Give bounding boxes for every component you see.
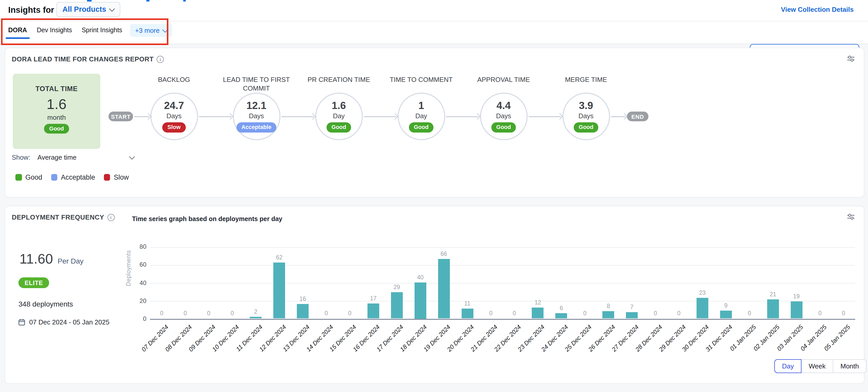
legend-item: Slow [104,174,129,181]
stage-status-badge: Slow [162,123,186,132]
status-legend: GoodAcceptableSlow [16,174,129,181]
deployment-bar[interactable] [556,313,567,319]
more-tabs-label: +3 more [135,27,160,34]
toggle-day[interactable]: Day [774,359,802,373]
tab-dev-insights[interactable]: Dev Insights [37,22,72,34]
tabs: DORA Dev Insights Sprint Insights +3 mor… [8,22,172,37]
gridline [150,265,855,266]
deployment-bar[interactable] [790,301,802,319]
deployment-bar[interactable] [391,293,403,319]
stage-value: 4.4 [496,100,511,111]
y-axis-tick: 0 [126,315,146,323]
bar-value-label: 17 [363,295,383,301]
bar-value-label: 40 [410,274,430,280]
legend-swatch [16,174,22,181]
stage-label: PR CREATION TIME [298,75,380,84]
bar-value-label: 0 [480,310,501,316]
granularity-toggle: DayWeekMonth [774,359,867,373]
bar-value-label: 11 [457,300,477,306]
stage-unit: Days [166,112,181,120]
deployment-bar[interactable] [767,300,779,319]
bar-value-label: 62 [269,254,289,261]
lead-time-pipeline: STARTBACKLOG24.7DaysSlowLEAD TIME TO FIR… [5,48,864,197]
deployment-bar[interactable] [602,311,614,319]
bar-value-label: 19 [786,293,807,299]
stage-value: 12.1 [246,100,267,111]
clipped-content-fragment [183,0,186,2]
stage-label: TIME TO COMMENT [380,75,462,84]
stage-node: 24.7DaysSlow [150,93,198,140]
deployment-bar[interactable] [250,317,261,319]
clipped-content-fragment [146,0,150,2]
deployment-bar[interactable] [297,304,309,319]
stage-unit: Day [415,112,427,120]
flow-arrow [134,116,150,117]
stage-value: 3.9 [579,100,593,111]
stage-status-badge: Good [409,123,433,132]
show-label: Show: [12,153,30,161]
stage-label: LEAD TIME TO FIRST COMMIT [215,75,297,93]
stage-status-badge: Good [574,123,598,132]
view-collection-details-link[interactable]: View Collection Details [781,6,854,13]
deployment-bar[interactable] [438,259,450,319]
y-axis-tick: 40 [126,279,146,286]
page-title: Insights for [8,5,54,15]
tab-bar: DORA Dev Insights Sprint Insights +3 mor… [0,21,868,44]
bar-value-label: 0 [222,310,243,316]
legend-swatch [104,174,110,181]
bar-value-label: 21 [763,292,783,298]
legend-item: Acceptable [51,174,95,181]
show-metric-dropdown[interactable]: Show: Average time [12,153,133,161]
deployment-bar[interactable] [696,298,708,319]
flow-arrow [611,116,625,117]
chevron-down-icon [110,6,115,11]
flow-end-pill: END [627,112,648,121]
legend-swatch [51,174,57,181]
bar-value-label: 2 [245,309,266,315]
y-axis-tick: 60 [126,261,146,268]
stage-node: 4.4DaysGood [480,93,527,140]
legend-label: Good [25,174,42,181]
deployment-bar[interactable] [414,282,426,319]
stage-node: 1DayGood [397,93,445,140]
top-bar: Insights for All Products View Collectio… [0,0,868,43]
bar-value-label: 9 [716,302,736,308]
tab-sprint-insights[interactable]: Sprint Insights [82,22,122,34]
stage-value: 1 [418,100,424,111]
bar-value-label: 0 [198,310,219,316]
stage-status-badge: Good [326,123,351,132]
bar-value-label: 23 [692,290,713,296]
dora-lead-time-card: DORA LEAD TIME FOR CHANGES REPORT i TOTA… [5,48,864,198]
stage-status-badge: Acceptable [236,123,276,132]
bar-value-label: 29 [387,284,407,291]
stage-value: 24.7 [164,100,184,111]
gridline [150,247,855,247]
flow-arrow [281,116,313,117]
flow-arrow [199,116,231,117]
stage-unit: Days [496,112,511,120]
toggle-month[interactable]: Month [833,359,866,373]
deployment-bar[interactable] [273,263,285,319]
bar-value-label: 7 [622,304,642,310]
deployment-bar[interactable] [368,303,379,319]
legend-label: Acceptable [61,174,95,181]
bar-value-label: 0 [316,310,337,316]
show-value: Average time [37,153,76,161]
deployments-bar-chart: Deployments 020406080007 Dec 2024008 Dec… [5,206,864,383]
bar-value-label: 66 [433,251,454,257]
tab-dora[interactable]: DORA [8,22,27,34]
stage-status-badge: Good [491,123,516,132]
chevron-down-icon [129,154,134,159]
flow-arrow [446,116,478,117]
deployment-bar[interactable] [461,309,473,319]
deployment-bar[interactable] [720,310,732,319]
more-tabs-dropdown[interactable]: +3 more [130,24,172,37]
product-selector-dropdown[interactable]: All Products [56,2,120,17]
deployment-bar[interactable] [626,312,638,319]
flow-arrow [364,116,396,117]
toggle-week[interactable]: Week [801,359,833,373]
bar-value-label: 0 [152,310,172,316]
deployment-frequency-card: DEPLOYMENT FREQUENCY i Time series graph… [5,206,864,384]
bar-value-label: 6 [551,305,572,311]
deployment-bar[interactable] [532,308,544,319]
